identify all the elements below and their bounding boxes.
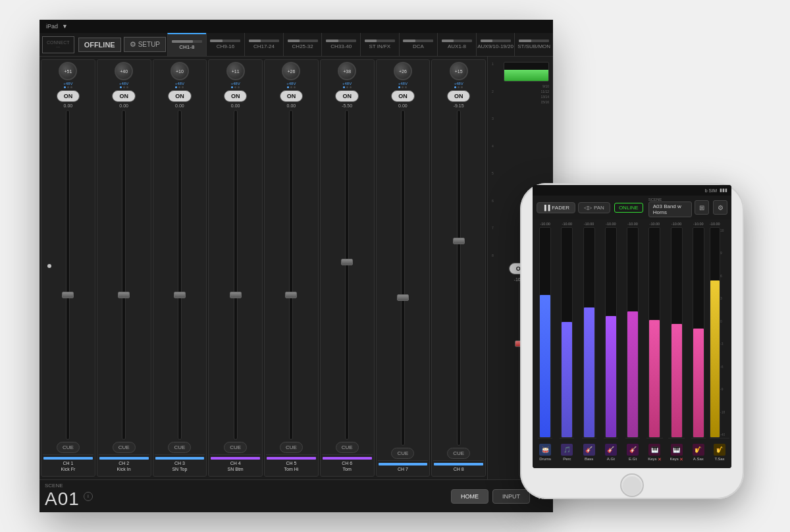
keys1-name: Keys bbox=[648, 457, 656, 462]
ch1-cue-button[interactable]: CUE bbox=[57, 442, 80, 453]
ch6-fader-handle[interactable] bbox=[341, 259, 353, 265]
drums-icon: 🥁 bbox=[539, 444, 551, 456]
ch6-fader-track bbox=[345, 110, 349, 440]
ch1-on-button[interactable]: ON bbox=[57, 90, 80, 102]
home-button[interactable]: HOME bbox=[451, 489, 488, 504]
ch7-value: 0.00 bbox=[398, 103, 408, 108]
ch2-cue-button[interactable]: CUE bbox=[113, 442, 136, 453]
ch2-on-button[interactable]: ON bbox=[112, 90, 136, 102]
offline-button[interactable]: OFFLINE bbox=[78, 38, 121, 52]
ch3-fader-handle[interactable] bbox=[174, 292, 186, 298]
asax-icon: 🎷 bbox=[693, 444, 704, 456]
ch4-cue-button[interactable]: CUE bbox=[224, 442, 247, 453]
tab-st-sub[interactable]: ST/SUB/MON bbox=[514, 33, 553, 56]
channel-strip-1: +51 +48V ON 0.00 bbox=[41, 59, 95, 477]
ch5-dot2 bbox=[290, 86, 292, 88]
tab-aux9[interactable]: AUX9/10-19/20 bbox=[476, 33, 515, 56]
scale-n40: -40 bbox=[720, 433, 729, 437]
tab-fill bbox=[365, 40, 377, 42]
ch3-gain-knob[interactable]: +10 bbox=[171, 62, 189, 80]
perc-icon-glyph: 🎵 bbox=[564, 446, 571, 453]
ch5-fader-handle[interactable] bbox=[285, 292, 297, 298]
ch7-cue-button[interactable]: CUE bbox=[391, 448, 414, 459]
ch1-gain-knob[interactable]: +51 bbox=[59, 62, 77, 80]
ch7-phantom: +48V bbox=[398, 82, 408, 86]
tab-st-in-fx[interactable]: ST IN/FX bbox=[360, 33, 399, 56]
ch6-cue-button[interactable]: CUE bbox=[336, 442, 359, 453]
tab-aux1-8[interactable]: AUX1-8 bbox=[437, 33, 476, 56]
ch3-color-bar bbox=[155, 457, 205, 460]
scale-n6: -6 bbox=[720, 365, 729, 369]
ch3-label2: SN Top bbox=[172, 467, 187, 471]
row-9-10: 9/10 bbox=[504, 84, 549, 88]
channel-strip-4: +11 +48V ON 0.00 bbox=[208, 59, 263, 477]
tab-ch1-8[interactable]: CH1-8 bbox=[167, 33, 206, 56]
ch4-fader-track bbox=[234, 110, 238, 440]
setup-button[interactable]: ⚙ SETUP bbox=[124, 37, 166, 52]
keys1-meter-fill bbox=[649, 320, 660, 437]
ipad-wifi-icon: ▼ bbox=[62, 23, 68, 30]
keys1-name-row: Keys ✕ bbox=[648, 457, 661, 462]
ch6-label-area: CH 6 Tom bbox=[322, 454, 373, 474]
asax-value: -10.00 bbox=[693, 222, 704, 226]
tab-ch17-24[interactable]: CH17-24 bbox=[244, 33, 283, 56]
ch3-cue-button[interactable]: CUE bbox=[168, 442, 191, 453]
ch5-gain-knob[interactable]: +26 bbox=[282, 62, 300, 80]
ch2-fader-handle[interactable] bbox=[118, 292, 130, 298]
tab-ch25-32[interactable]: CH25-32 bbox=[283, 33, 322, 56]
scale-6: 6 bbox=[492, 199, 502, 203]
ch8-cue-button[interactable]: CUE bbox=[447, 448, 470, 459]
ch1-fader-area bbox=[43, 110, 93, 440]
scale-18: 18 bbox=[720, 228, 729, 232]
iphone-settings-button[interactable]: ⚙ bbox=[713, 200, 727, 215]
ch4-dot2 bbox=[234, 86, 236, 88]
ch7-fader-area bbox=[378, 110, 429, 446]
ch3-dot1 bbox=[175, 86, 177, 88]
ch4-fader-handle[interactable] bbox=[230, 292, 242, 298]
iphone-pan-tab[interactable]: ◁▷ PAN bbox=[578, 202, 610, 213]
input-button[interactable]: INPUT bbox=[492, 489, 530, 504]
ch1-fader-handle[interactable] bbox=[62, 292, 74, 298]
ch3-label1: CH 3 bbox=[174, 461, 185, 466]
iphone-home-button[interactable] bbox=[620, 473, 644, 497]
ch8-fader-handle[interactable] bbox=[453, 238, 465, 244]
ch3-phantom: +48V bbox=[175, 82, 184, 86]
ch8-gain-knob[interactable]: +15 bbox=[450, 62, 468, 80]
ch2-dot1 bbox=[120, 86, 122, 88]
iphone-fader-tab[interactable]: ▐▐ FADER bbox=[537, 202, 575, 213]
ch3-value: 0.00 bbox=[175, 103, 184, 108]
ch2-dots bbox=[120, 86, 128, 88]
ch6-dot2 bbox=[346, 86, 348, 88]
channels-area: +51 +48V ON 0.00 bbox=[40, 57, 487, 479]
perc-icon: 🎵 bbox=[561, 444, 573, 456]
keys1-x: ✕ bbox=[658, 457, 662, 462]
ch3-fader-track bbox=[178, 110, 182, 440]
keys2-name-row: Keys ✕ bbox=[670, 457, 683, 462]
asax-meter-fill bbox=[693, 329, 704, 437]
ch2-gain-knob[interactable]: +40 bbox=[115, 62, 133, 80]
ch6-gain-knob[interactable]: +38 bbox=[338, 62, 356, 80]
master-rows: 9/10 11/12 13/14 15/16 bbox=[504, 84, 549, 104]
info-icon[interactable]: i bbox=[84, 492, 93, 501]
ch8-on-button[interactable]: ON bbox=[447, 90, 471, 102]
ch1-label-area: CH 1 Kick Fr bbox=[43, 454, 93, 474]
ch5-label2: Tom Hi bbox=[284, 467, 298, 471]
tab-dca[interactable]: DCA bbox=[399, 33, 438, 56]
ch4-on-button[interactable]: ON bbox=[224, 90, 248, 102]
ch4-gain-knob[interactable]: +11 bbox=[226, 62, 245, 80]
tab-ch9-16[interactable]: CH9-16 bbox=[206, 33, 245, 56]
ch1-label2: Kick Fr bbox=[61, 467, 75, 471]
tab-minibar-aux1-8 bbox=[442, 40, 472, 42]
channel-strip-7: +26 +48V ON 0.00 bbox=[376, 59, 431, 477]
keys2-x: ✕ bbox=[679, 457, 683, 462]
ch5-on-button[interactable]: ON bbox=[280, 90, 303, 102]
ch7-fader-handle[interactable] bbox=[397, 294, 409, 301]
iphone-layers-button[interactable]: ⊞ bbox=[695, 200, 709, 215]
ch7-gain-knob[interactable]: +26 bbox=[394, 62, 412, 80]
ch7-on-button[interactable]: ON bbox=[391, 90, 415, 102]
ch6-on-button[interactable]: ON bbox=[335, 90, 359, 102]
ch5-cue-button[interactable]: CUE bbox=[280, 442, 303, 453]
ch1-label1: CH 1 bbox=[63, 461, 73, 466]
tab-ch33-40[interactable]: CH33-40 bbox=[321, 33, 360, 56]
ch3-on-button[interactable]: ON bbox=[168, 90, 192, 102]
